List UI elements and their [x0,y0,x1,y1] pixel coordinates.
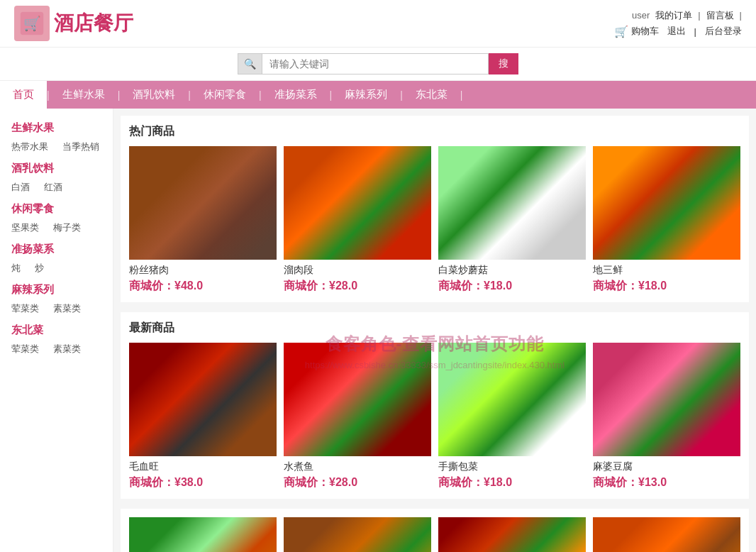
new-product-2[interactable]: 手撕包菜 商城价：¥18.0 [438,343,586,490]
sidebar-category-huaiyang[interactable]: 准扬菜系 [0,237,113,259]
search-icon: 🔍 [244,58,256,70]
hot-product-img-0 [129,146,277,260]
new-product-name-1: 水煮鱼 [284,460,431,473]
new-product-price-3: 商城价：¥13.0 [593,475,740,490]
new-product-img-1 [284,343,431,456]
new-product-img-0 [129,343,277,456]
more-product-1[interactable] [284,517,431,552]
hot-product-2[interactable]: 白菜炒蘑菇 商城价：¥18.0 [438,146,586,294]
my-orders-link[interactable]: 我的订单 [655,9,692,22]
sidebar-sub-ne-veg[interactable]: 素菜类 [53,343,81,355]
sidebar-sub-drinks: 白酒 红酒 [0,178,113,197]
nav-item-home[interactable]: 首页 [0,81,47,109]
sidebar: 生鲜水果 热带水果 当季热销 酒乳饮料 白酒 红酒 休闲零食 坚果类 梅子类 准… [0,109,113,552]
hot-product-price-1: 商城价：¥28.0 [284,279,431,294]
sidebar-sub-spicy: 荤菜类 素菜类 [0,299,113,318]
new-section-title: 最新商品 [129,321,740,336]
hot-product-name-0: 粉丝猪肉 [129,264,277,277]
more-product-img-1 [284,517,431,552]
user-label: user [632,10,650,21]
hot-product-price-3: 商城价：¥18.0 [593,279,740,294]
nav-item-fresh[interactable]: 生鲜水果 [50,81,118,109]
sidebar-sub-nuts[interactable]: 坚果类 [11,221,39,234]
sidebar-sub-baijiu[interactable]: 白酒 [11,181,30,194]
hot-product-1[interactable]: 溜肉段 商城价：¥28.0 [284,146,431,294]
nav-item-snacks[interactable]: 休闲零食 [191,81,259,109]
sidebar-sub-stir[interactable]: 炒 [35,262,44,275]
logout-link[interactable]: 退出 [667,25,686,38]
more-product-0[interactable] [129,517,277,552]
cart-icon: 🛒 [614,25,628,38]
sidebar-sub-fresh: 热带水果 当季热销 [0,138,113,156]
nav-item-northeast[interactable]: 东北菜 [403,81,460,109]
hot-products-section: 热门商品 粉丝猪肉 商城价：¥48.0 溜肉段 商城价：¥28.0 [121,116,749,302]
sidebar-category-northeast[interactable]: 东北菜 [0,318,113,340]
hot-product-price-2: 商城价：¥18.0 [438,279,586,294]
content-area: 热门商品 粉丝猪肉 商城价：¥48.0 溜肉段 商城价：¥28.0 [113,109,756,552]
sidebar-sub-wine[interactable]: 红酒 [44,181,62,194]
sidebar-category-spicy[interactable]: 麻辣系列 [0,277,113,299]
nav-item-spicy[interactable]: 麻辣系列 [332,81,400,109]
svg-text:🛒: 🛒 [23,15,41,32]
new-product-0[interactable]: 毛血旺 商城价：¥38.0 [129,343,277,490]
hot-product-img-1 [284,146,431,260]
new-product-price-0: 商城价：¥38.0 [129,475,277,490]
header: 🛒 酒店餐厅 user 我的订单 | 留言板 | 🛒 购物车 退出 | 后台登录 [0,0,756,48]
hot-section-title: 热门商品 [129,124,740,139]
logo-text: 酒店餐厅 [54,10,133,37]
header-top-links: user 我的订单 | 留言板 | [632,9,742,22]
hot-product-name-2: 白菜炒蘑菇 [438,264,586,277]
hot-product-img-2 [438,146,586,260]
hot-product-price-0: 商城价：¥48.0 [129,279,277,294]
search-bar: 🔍 搜 [0,48,756,81]
sidebar-sub-tropical[interactable]: 热带水果 [11,140,48,153]
logo-icon: 🛒 [14,6,50,41]
sidebar-category-drinks[interactable]: 酒乳饮料 [0,156,113,178]
hot-products-grid: 粉丝猪肉 商城价：¥48.0 溜肉段 商城价：¥28.0 [129,146,740,294]
cart-button[interactable]: 🛒 购物车 [614,25,659,38]
new-product-name-2: 手撕包菜 [438,460,586,473]
main-layout: 生鲜水果 热带水果 当季热销 酒乳饮料 白酒 红酒 休闲零食 坚果类 梅子类 准… [0,109,756,552]
sidebar-sub-ne-meat[interactable]: 荤菜类 [11,343,39,355]
logo-area: 🛒 酒店餐厅 [14,6,133,41]
sidebar-sub-huaiyang: 炖 炒 [0,259,113,277]
guestbook-link[interactable]: 留言板 [706,9,734,22]
new-product-1[interactable]: 水煮鱼 商城价：¥28.0 [284,343,431,490]
sidebar-sub-northeast: 荤菜类 素菜类 [0,340,113,358]
more-product-img-3 [593,517,740,552]
nav-item-drinks[interactable]: 酒乳饮料 [120,81,188,109]
header-right: user 我的订单 | 留言板 | 🛒 购物车 退出 | 后台登录 [614,9,742,38]
sidebar-category-fresh[interactable]: 生鲜水果 [0,116,113,138]
sidebar-sub-stew[interactable]: 炖 [11,262,21,275]
new-product-img-2 [438,343,586,456]
admin-login-link[interactable]: 后台登录 [705,25,742,38]
more-products-section [121,509,749,552]
new-product-img-3 [593,343,740,456]
hot-product-img-3 [593,146,740,260]
new-product-price-1: 商城价：¥28.0 [284,475,431,490]
more-product-img-2 [438,517,586,552]
hot-product-name-3: 地三鲜 [593,264,740,277]
sidebar-category-snacks[interactable]: 休闲零食 [0,197,113,219]
hot-product-3[interactable]: 地三鲜 商城价：¥18.0 [593,146,740,294]
new-products-grid: 毛血旺 商城价：¥38.0 水煮鱼 商城价：¥28.0 [129,343,740,490]
sidebar-sub-plum[interactable]: 梅子类 [53,221,81,234]
search-input[interactable] [262,53,489,74]
more-product-3[interactable] [593,517,740,552]
sidebar-sub-spicy-meat[interactable]: 荤菜类 [11,302,39,315]
new-product-price-2: 商城价：¥18.0 [438,475,586,490]
nav-item-huaiyang[interactable]: 准扬菜系 [262,81,330,109]
new-product-3[interactable]: 麻婆豆腐 商城价：¥13.0 [593,343,740,490]
content-wrapper: 热门商品 粉丝猪肉 商城价：¥48.0 溜肉段 商城价：¥28.0 [121,116,749,552]
cart-label: 购物车 [631,25,659,38]
new-product-name-3: 麻婆豆腐 [593,460,740,473]
more-product-2[interactable] [438,517,586,552]
new-product-name-0: 毛血旺 [129,460,277,473]
sidebar-sub-spicy-veg[interactable]: 素菜类 [53,302,81,315]
sidebar-sub-snacks: 坚果类 梅子类 [0,219,113,237]
hot-product-0[interactable]: 粉丝猪肉 商城价：¥48.0 [129,146,277,294]
more-products-grid [129,517,740,552]
more-product-img-0 [129,517,277,552]
search-button[interactable]: 搜 [489,53,518,74]
sidebar-sub-seasonal[interactable]: 当季热销 [62,140,99,153]
